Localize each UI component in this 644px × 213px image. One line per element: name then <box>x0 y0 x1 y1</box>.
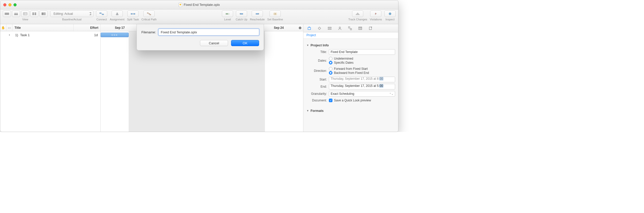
svg-rect-22 <box>133 13 135 14</box>
catch-up-button[interactable] <box>236 10 247 17</box>
tb-critical-group: Critical Path <box>141 10 156 21</box>
col-title[interactable]: Title <box>12 24 74 31</box>
end-input[interactable]: Thursday, September 17, 2015 at 5:00 <box>329 84 395 89</box>
ok-button[interactable]: OK <box>231 40 259 46</box>
gantt-date-1: Sep 17 <box>115 26 125 30</box>
violations-button[interactable] <box>370 10 381 17</box>
direction-label: Direction: <box>306 69 327 73</box>
svg-rect-12 <box>35 14 36 15</box>
view-btn-5[interactable] <box>39 10 48 17</box>
section-formats[interactable]: ▼ Formats <box>306 109 395 113</box>
document-quicklook-row[interactable]: ✓ Save a Quick Look preview <box>329 99 395 102</box>
dates-undetermined-label: Undetermined <box>334 57 353 60</box>
svg-rect-24 <box>149 14 150 14</box>
cancel-button[interactable]: Cancel <box>200 40 228 46</box>
title-input[interactable] <box>329 49 395 55</box>
title-label: Title: <box>306 50 327 54</box>
svg-point-19 <box>116 13 118 14</box>
inspector-tab-styles[interactable] <box>347 25 353 31</box>
svg-rect-39 <box>328 27 331 28</box>
tb-level-group: Level <box>222 10 233 21</box>
start-label: Start: <box>306 78 327 81</box>
granularity-value: Exact Scheduling <box>331 92 354 96</box>
direction-backward-row[interactable]: Backward from Fixed End <box>329 71 395 75</box>
col-title-text: Title <box>15 26 21 30</box>
section-project-info-label: Project Info <box>311 43 329 47</box>
dates-specific-label: Specific Dates <box>334 61 354 64</box>
view-btn-2[interactable] <box>12 10 20 17</box>
inspect-button[interactable]: i <box>384 10 396 17</box>
section-formats-label: Formats <box>311 109 324 113</box>
direction-backward-label: Backward from Fixed End <box>334 71 369 75</box>
task-index: 1) <box>12 33 19 37</box>
gantt-bar-label: <<< <box>111 33 118 36</box>
granularity-label: Granularity: <box>306 92 327 96</box>
tb-connect-group: Connect <box>96 10 107 21</box>
tb-reschedule-group: Reschedule <box>250 10 265 21</box>
svg-rect-45 <box>359 27 362 30</box>
gantt-date-2: Sep 24 <box>274 26 284 30</box>
tb-level-label: Level <box>224 18 231 21</box>
split-task-button[interactable] <box>127 10 139 17</box>
document-quicklook-label: Save a Quick Look preview <box>334 99 371 102</box>
svg-marker-29 <box>240 13 240 15</box>
document-icon <box>179 3 182 7</box>
view-btn-4[interactable] <box>30 10 38 17</box>
track-changes-button[interactable] <box>352 10 363 17</box>
table-row[interactable]: • 1) Task 1 1d <box>0 31 100 38</box>
inspector-tab-task[interactable] <box>327 25 332 31</box>
svg-rect-4 <box>15 14 16 15</box>
gantt-bar[interactable]: <<< <box>101 33 129 37</box>
col-effort-text: Effort <box>90 26 98 30</box>
tb-setbaseline-group: Set Baseline <box>267 10 283 21</box>
inspector-tab-export[interactable] <box>368 25 373 31</box>
reschedule-button[interactable] <box>252 10 263 17</box>
direction-forward-row[interactable]: Forward from Fixed Start <box>329 67 395 71</box>
zoom-window-icon[interactable] <box>14 3 17 6</box>
critical-path-button[interactable] <box>143 10 155 17</box>
baseline-dropdown[interactable]: Editing: Actual ▲▼ <box>50 10 93 17</box>
disclosure-icon: ▼ <box>306 109 309 112</box>
close-window-icon[interactable] <box>3 3 6 6</box>
tb-reschedule-label: Reschedule <box>250 18 265 21</box>
inspector-tab-columns[interactable] <box>357 25 363 31</box>
task-effort: 1d <box>73 33 100 37</box>
tb-baseline-group: Editing: Actual ▲▼ Baseline/Actual <box>50 10 93 21</box>
inspector-tab-project[interactable] <box>306 25 312 31</box>
assignment-button[interactable] <box>112 10 123 17</box>
svg-rect-27 <box>226 13 228 14</box>
toolbar: View Editing: Actual ▲▼ Baseline/Actual … <box>0 9 398 24</box>
svg-rect-23 <box>147 13 149 13</box>
start-input[interactable]: Thursday, September 17, 2015 at 8:00 <box>329 77 395 82</box>
document-label: Document: <box>306 99 327 102</box>
dates-undetermined-row[interactable]: Undetermined <box>329 57 395 60</box>
tb-track-group: Track Changes <box>348 10 367 21</box>
view-btn-1[interactable] <box>3 10 11 17</box>
filename-input[interactable] <box>158 29 259 35</box>
svg-point-33 <box>275 13 276 14</box>
view-btn-3[interactable] <box>21 10 29 17</box>
svg-rect-20 <box>116 14 118 15</box>
inspector-body: ▼ Project Info Title: Dates: Undetermine… <box>303 39 398 120</box>
inspector-tab-resource[interactable] <box>337 25 343 31</box>
tb-catchup-group: Catch Up <box>236 10 247 21</box>
svg-point-3 <box>17 13 18 14</box>
radio-icon <box>329 71 332 75</box>
filename-dialog: Filename: Cancel OK <box>137 24 264 50</box>
svg-rect-1 <box>5 14 9 15</box>
zoom-in-icon[interactable]: ⊕ <box>299 26 302 30</box>
granularity-select[interactable]: Exact Scheduling⌃⌄ <box>329 91 395 97</box>
svg-rect-16 <box>44 13 45 15</box>
tb-view-label: View <box>22 18 28 21</box>
inspector-tab-milestone[interactable] <box>317 25 322 31</box>
level-button[interactable] <box>222 10 233 17</box>
connect-button[interactable] <box>96 10 107 17</box>
section-project-info[interactable]: ▼ Project Info <box>306 43 395 47</box>
chevron-updown-icon: ⌃⌄ <box>389 92 393 95</box>
dates-specific-row[interactable]: Specific Dates <box>329 61 395 64</box>
tb-split-group: Split Task <box>127 10 139 21</box>
minimize-window-icon[interactable] <box>8 3 11 6</box>
titlebar: Fixed End Template.oplx <box>0 0 398 9</box>
set-baseline-button[interactable] <box>270 10 281 17</box>
col-effort[interactable]: Effort <box>74 24 101 31</box>
